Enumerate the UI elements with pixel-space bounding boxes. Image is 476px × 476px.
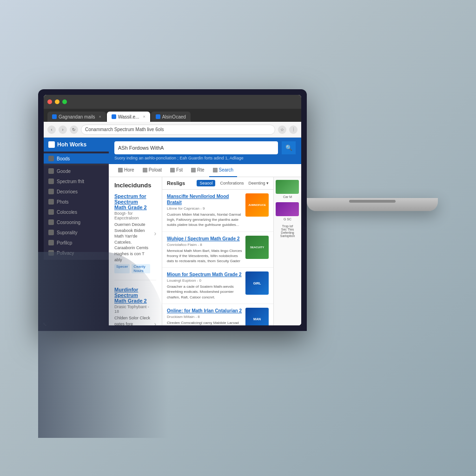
address-bar[interactable]: Conammarch Spectrum Math live 6ols [81,125,275,135]
right-result-desc-1: Custrom Mlden Mat hanorats, Nontal Garma… [167,212,243,228]
right-result-item-1: Manscifte Nevnlloriod Mood Bratait Lttnn… [162,190,273,232]
strip-box-1 [276,180,299,194]
right-result-body-4: Online: for Math Irlan Cntalurian 2 Druc… [167,308,243,325]
close-window-button[interactable] [47,99,52,104]
search-button[interactable]: 🔍 [282,141,296,154]
right-result-title-2[interactable]: Wuhige / Spectrum Math Grade 2 [167,236,243,242]
back-button[interactable]: ‹ [47,126,56,134]
maximize-window-button[interactable] [62,99,67,104]
sidebar-item-spectrum[interactable]: Spectrum fhlt [44,176,109,186]
sidebar-logo-icon [48,141,55,148]
search-input[interactable] [114,145,278,151]
laptop-notch [349,200,396,203]
strip-item-2: G SC [276,202,299,221]
decorioes-icon [48,189,54,194]
right-result-thumb-1: JUMNOFUCE [245,193,269,217]
hore-nav-icon [118,168,123,172]
search-header: 🔍 Suory inding an aehlo-poncliation ; Ea… [109,138,301,164]
right-results-header: Resligs Seaool Conforations Deenting ▾ [162,177,273,190]
far-right-strip: Car M G SC Trop lof Sec Ttes Deferting S… [273,177,301,325]
rte-nav-icon [191,168,196,172]
right-result-title-1[interactable]: Manscifte Nevnlloriod Mood Bratait [167,193,243,205]
right-results-title: Resligs [167,180,195,186]
tab-favicon-1 [52,114,57,119]
search-subtitle: Suory inding an aehlo-poncliation ; Eah … [114,156,296,160]
boods-icon [48,156,54,161]
browser-titlebar [44,95,301,109]
fst-nav-icon [170,168,175,172]
sidebar-item-suporality[interactable]: Suporality [44,227,109,238]
sidebar-nav: Boods Goode Spectrum fhlt [44,152,109,260]
phots-icon [48,199,54,205]
tab-favicon-3 [156,114,160,119]
sidebar-item-phots[interactable]: Phots [44,197,109,207]
strip-item-1: Car M [276,180,299,198]
porfilcp-icon [48,240,54,245]
right-result-meta-3: Louaingt Euploon - 0 [167,278,243,283]
search-nav-icon [213,168,218,172]
poloat-nav-icon [143,168,147,172]
tab-2[interactable]: Wassil.e... × [107,112,150,122]
tab-close-2[interactable]: × [143,114,145,119]
right-result-thumb-3: GIRL [245,271,269,295]
result-title-1[interactable]: Spectrum for Spectrum Math Grade 2 [114,193,150,210]
sidebar-item-porfilcp[interactable]: Porfilcp [44,238,109,248]
right-tab-deenting[interactable]: Deenting ▾ [249,181,269,185]
sidebar-item-colocoles[interactable]: Colocoles [44,207,109,217]
sidebar-item-goode[interactable]: Goode [44,166,109,176]
right-result-desc-2: Memoical Math Mom Bart, Mats lingo Clorc… [167,248,243,264]
laptop-wrapper: Gagnandan mails × Wassil.e... × AlsinOca… [38,38,438,438]
refresh-button[interactable]: ↻ [70,126,78,134]
browser-tabs: Gagnandan mails × Wassil.e... × AlsinOca… [44,109,301,122]
sidebar-item-cosrooning[interactable]: Cosrooning [44,217,109,227]
right-result-thumb-2: SEACUITY [245,236,269,259]
cosrooning-icon [48,219,54,225]
tab-1[interactable]: Gagnandan mails × [47,112,106,122]
person-silhouette [38,252,168,438]
settings-icon[interactable]: ⋮ [289,126,298,134]
sub-nav: Hore Poloat Fst Rte [109,164,301,177]
forward-button[interactable]: › [59,126,67,134]
search-row: 🔍 [114,141,296,154]
result-arrow-1: › [154,230,156,237]
sidebar-app-title: Hoh Works [57,141,86,148]
right-result-thumb-4: MAN [245,308,269,325]
tab-3[interactable]: AlsinOcaed [151,112,191,122]
tab-close-1[interactable]: × [99,114,101,119]
minimize-window-button[interactable] [55,99,60,104]
sidebar-item-boods[interactable]: Boods [44,153,109,164]
bookmark-icon[interactable]: ☆ [278,126,286,134]
right-tab-conforations[interactable]: Conforations [217,180,246,186]
right-result-item-4: Online: for Math Irlan Cntalurian 2 Druc… [162,304,273,325]
result-meta-1: Boogt- for Eapcctraloon [114,211,150,220]
right-tab-seaool[interactable]: Seaool [197,180,215,186]
sub-nav-fst[interactable]: Fst [166,164,186,177]
strip-bottom-text: Trop lof Sec Ttes Deferting Sarloption [276,225,299,238]
right-result-title-3[interactable]: Mioun for Spectrum Math Grade 2 [167,271,243,278]
right-result-meta-2: Conriolafico Flaim - 8 [167,243,243,247]
sidebar-header: Hoh Works [44,138,109,152]
sub-nav-rte[interactable]: Rte [187,164,208,177]
right-result-item-2: Wuhige / Spectrum Math Grade 2 Conriolaf… [162,232,273,268]
right-result-desc-4: Clreden Corncalicingl camy Mablide Laroa… [167,320,243,325]
laptop-base [307,198,438,211]
sub-nav-hore[interactable]: Hore [114,164,138,177]
left-results-heading: Inclecidunds [114,182,156,189]
colocoles-icon [48,209,54,215]
search-input-wrap [114,141,278,154]
goode-icon [48,168,54,174]
right-result-body-2: Wuhige / Spectrum Math Grade 2 Conriolaf… [167,236,243,264]
suporality-icon [48,230,54,235]
strip-box-2 [276,202,299,216]
sidebar-divider-1 [44,165,109,165]
right-result-body-1: Manscifte Nevnlloriod Mood Bratait Lttnn… [167,193,243,228]
sub-nav-search[interactable]: Search [209,164,238,177]
right-result-desc-3: Graacher a cade of Soatem Math-wevds til… [167,284,243,300]
right-result-title-4[interactable]: Online: for Math Irlan Cntalurian 2 [167,308,243,314]
right-result-meta-1: Lttnne for Capnican - 9 [167,206,243,211]
tab-favicon-2 [112,114,116,119]
right-result-body-3: Mioun for Spectrum Math Grade 2 Louaingt… [167,271,243,300]
sidebar-item-decorioes[interactable]: Decorioes [44,186,109,197]
sub-nav-poloat[interactable]: Poloat [139,164,165,177]
spectrum-icon [48,178,54,184]
